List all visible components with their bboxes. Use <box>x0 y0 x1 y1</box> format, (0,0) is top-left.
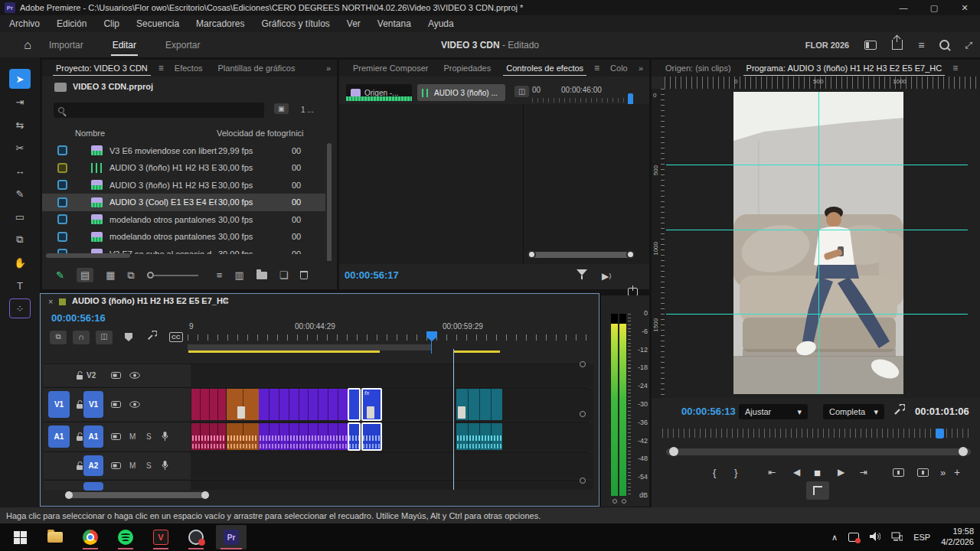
panel-layout-icon[interactable] <box>864 41 877 50</box>
zoom-slider[interactable] <box>147 272 198 279</box>
tab-source-monitor[interactable]: Origen: (sin clips) <box>658 60 739 77</box>
go-to-in-button[interactable]: ⇤ <box>768 467 776 478</box>
fullscreen-icon[interactable]: ⤢ <box>965 40 972 51</box>
lock-icon[interactable] <box>76 371 83 382</box>
menu-clip[interactable]: Clip <box>103 18 119 29</box>
video-clip[interactable]: fx <box>362 389 381 420</box>
audio-clip[interactable] <box>456 423 502 450</box>
remix-tool[interactable]: ⁘ <box>9 298 31 318</box>
maximize-button[interactable]: ▢ <box>919 0 949 15</box>
track-targeting-icon[interactable] <box>111 401 121 409</box>
track-lane-v2[interactable] <box>191 364 593 386</box>
go-to-out-button[interactable]: ⇥ <box>860 467 867 478</box>
freeform-view-button[interactable]: ⧉ <box>128 269 135 282</box>
new-bin-icon[interactable] <box>256 272 267 279</box>
track-resize-knob[interactable] <box>580 361 586 367</box>
timeline-ruler[interactable]: 9 00:00:44:29 00:00:59:29 <box>188 321 590 344</box>
icon-view-button[interactable]: ▦ <box>106 269 115 281</box>
fx-timecode[interactable]: 00:00:56:17 <box>345 269 399 281</box>
audio-clip[interactable] <box>227 423 259 450</box>
solo-button[interactable]: S <box>146 432 152 441</box>
video-clip[interactable] <box>456 389 502 420</box>
add-marker-icon[interactable] <box>125 333 132 341</box>
more-buttons-icon[interactable]: » <box>940 467 946 478</box>
track-targeting-icon[interactable] <box>111 462 121 471</box>
lock-icon[interactable] <box>76 461 83 472</box>
guide-horizontal-1[interactable] <box>666 165 968 165</box>
menu-archivo[interactable]: Archivo <box>9 18 40 29</box>
track-a3-lane[interactable] <box>191 481 593 490</box>
pen-tool[interactable]: ✎ <box>9 184 31 204</box>
fx-playhead[interactable] <box>628 93 633 105</box>
language-indicator[interactable]: ESP <box>913 533 930 542</box>
eye-icon[interactable] <box>129 401 140 409</box>
mute-button[interactable]: M <box>129 432 136 441</box>
mic-icon[interactable] <box>162 461 168 472</box>
tab-plantillas-de-gr-ficos[interactable]: Plantillas de gráficos <box>211 60 303 77</box>
guide-horizontal-2[interactable] <box>666 230 968 230</box>
label-swatch[interactable] <box>57 180 67 190</box>
track-lane-v1[interactable]: fx <box>191 388 593 421</box>
track-button-v1[interactable]: V1 <box>83 391 103 418</box>
minimize-button[interactable]: — <box>888 0 919 15</box>
project-item-row[interactable]: modelando otros pantalones30,00 fps00 <box>42 210 325 228</box>
program-hscrollbar[interactable] <box>666 448 971 455</box>
label-swatch[interactable] <box>57 163 67 173</box>
menu-ver[interactable]: Ver <box>347 18 361 29</box>
obs-icon[interactable] <box>181 525 211 549</box>
audio-clip[interactable] <box>348 423 360 450</box>
video-clip[interactable] <box>227 389 259 420</box>
guide-horizontal-3[interactable] <box>666 314 968 315</box>
quick-export-search-icon[interactable] <box>939 40 949 50</box>
file-explorer-icon[interactable] <box>40 525 70 549</box>
column-header-fps[interactable]: Velocidad de fotogr <box>217 129 289 138</box>
search-bin-icon[interactable]: ▣ <box>274 103 289 114</box>
automate-to-sequence-icon[interactable]: ▥ <box>234 269 243 281</box>
track-a3-button[interactable] <box>83 482 103 491</box>
mic-icon[interactable] <box>162 432 168 443</box>
tab-program-monitor[interactable]: Programa: AUDIO 3 (ñoño) H1 H2 H3 E2 E5 … <box>739 60 950 77</box>
writable-pencil-icon[interactable]: ✎ <box>56 269 64 281</box>
track-targeting-icon[interactable] <box>111 433 121 442</box>
fx-hscrollbar[interactable] <box>528 252 634 258</box>
split-view-icon[interactable]: ◫ <box>514 86 529 97</box>
menu-gr-ficos-y-t-tulos[interactable]: Gráficos y títulos <box>261 18 329 29</box>
premiere-taskbar-icon[interactable]: Pr <box>216 525 247 549</box>
track-resize-knob[interactable] <box>580 478 586 484</box>
ripple-edit-tool[interactable]: ⇆ <box>9 115 31 135</box>
close-sequence-icon[interactable]: × <box>48 297 53 306</box>
razor-tool[interactable]: ✂ <box>9 138 31 158</box>
tab-colo[interactable]: Colo <box>603 60 635 77</box>
label-swatch[interactable] <box>57 197 67 207</box>
menu-marcadores[interactable]: Marcadores <box>196 18 244 29</box>
project-bin-name[interactable]: VIDEO 3 CDN.prproj <box>73 82 153 91</box>
menu-ventana[interactable]: Ventana <box>377 18 411 29</box>
mute-button[interactable]: M <box>129 461 136 470</box>
panel-menu-icon[interactable]: ≡ <box>155 63 167 73</box>
obs-tray-icon[interactable] <box>848 533 859 542</box>
track-lane-a2[interactable] <box>191 452 593 479</box>
project-item-row[interactable]: modelando otros pantalones30,00 fps00 <box>42 228 325 246</box>
type-tool[interactable]: T <box>9 276 31 295</box>
timeline-settings-wrench-icon[interactable] <box>146 331 157 344</box>
mark-in-button[interactable]: { <box>713 467 716 478</box>
button-editor-icon[interactable]: + <box>954 466 960 478</box>
snap-magnet-icon[interactable]: ∩ <box>73 331 90 344</box>
volume-icon[interactable] <box>870 532 880 543</box>
selection-tool[interactable]: ➤ <box>9 69 31 89</box>
settings-wrench-icon[interactable] <box>893 404 905 419</box>
nested-sequence-icon[interactable]: ⧉ <box>50 331 67 344</box>
chrome-icon[interactable] <box>75 525 106 549</box>
workspaces-menu-icon[interactable]: ≡ <box>918 39 924 51</box>
track-resize-knob[interactable] <box>580 411 586 417</box>
zoom-level-select[interactable]: Ajustar▾ <box>739 404 808 419</box>
lock-icon[interactable] <box>76 432 83 443</box>
tab-efectos[interactable]: Efectos <box>167 60 211 77</box>
safe-margins-button[interactable] <box>806 481 829 500</box>
fx-ruler-ticks[interactable] <box>532 98 632 103</box>
share-icon[interactable] <box>892 40 903 50</box>
tab-proyecto-video-3-cdn[interactable]: Proyecto: VIDEO 3 CDN <box>48 60 155 77</box>
program-mini-ruler[interactable] <box>662 429 970 438</box>
video-clip[interactable] <box>348 389 360 420</box>
project-item-row[interactable]: V3 E6 moviendose con libert29,99 fps00 <box>42 142 325 159</box>
